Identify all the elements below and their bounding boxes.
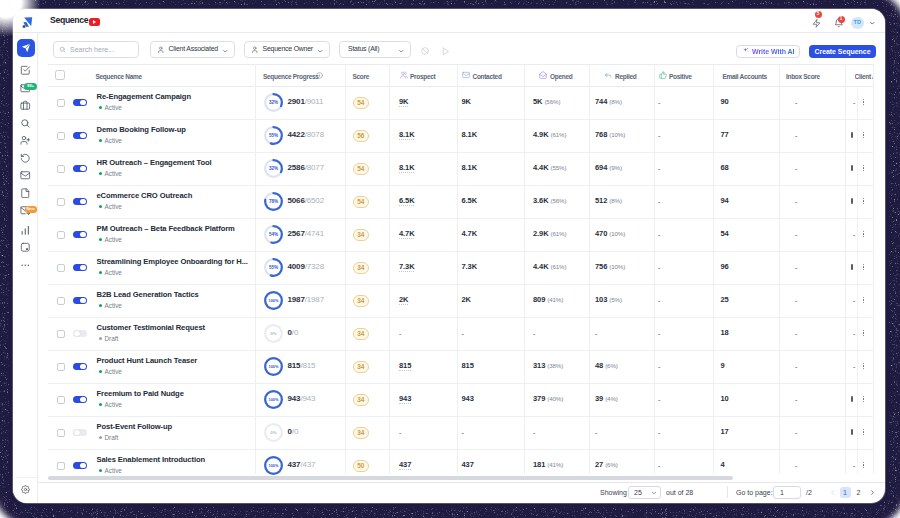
svg-text:100%: 100%	[268, 298, 278, 303]
svg-text:100%: 100%	[268, 397, 278, 402]
svg-text:55%: 55%	[268, 133, 277, 138]
svg-text:0%: 0%	[270, 430, 276, 435]
svg-text:0%: 0%	[270, 331, 276, 336]
svg-text:32%: 32%	[268, 166, 277, 171]
svg-text:78%: 78%	[268, 199, 277, 204]
svg-text:100%: 100%	[268, 463, 278, 468]
svg-text:32%: 32%	[268, 100, 277, 105]
svg-text:100%: 100%	[268, 364, 278, 369]
svg-text:55%: 55%	[268, 265, 277, 270]
svg-text:54%: 54%	[268, 232, 277, 237]
